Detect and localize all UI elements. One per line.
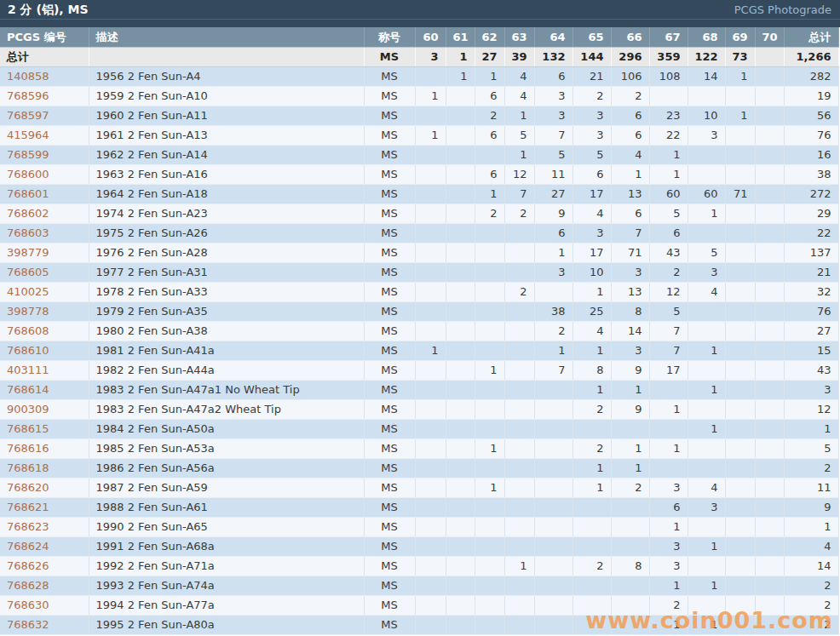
grade-68-cell <box>688 400 725 420</box>
grade-63-cell: 4 <box>504 87 534 106</box>
grade-69-cell <box>725 87 755 106</box>
grade-61-cell <box>446 439 475 459</box>
population-table: PCGS 编号描述称号6061626364656667686970总计 总计MS… <box>0 27 839 635</box>
total-cell: 3 <box>784 381 838 400</box>
col-header-designation: 称号 <box>364 27 415 48</box>
coin-description: 1963 2 Fen Sun-A16 <box>89 165 364 185</box>
pcgs-number-link[interactable]: 768599 <box>7 148 49 161</box>
grade-68-cell: 10 <box>688 106 725 126</box>
grade-66-cell: 1 <box>611 439 649 459</box>
grade-68-cell <box>688 557 725 576</box>
designation-cell: MS <box>364 361 415 381</box>
grade-60-cell <box>415 244 446 263</box>
pcgs-number-link[interactable]: 768623 <box>7 520 49 533</box>
pcgs-number-link[interactable]: 768624 <box>7 540 49 553</box>
total-cell: 56 <box>784 106 838 126</box>
grade-60-cell <box>415 146 446 165</box>
designation-cell: MS <box>364 302 415 322</box>
pcgs-number-cell: 768601 <box>0 185 89 204</box>
pcgs-number-link[interactable]: 768615 <box>7 422 49 435</box>
total-cell: 1 <box>784 420 838 439</box>
pcgs-number-link[interactable]: 415964 <box>7 129 49 141</box>
grade-69-cell <box>725 518 755 537</box>
pcgs-number-link[interactable]: 768632 <box>7 618 49 631</box>
coin-description: 1982 2 Fen Sun-A44a <box>89 361 364 381</box>
pcgs-number-link[interactable]: 768605 <box>7 266 49 278</box>
grade-66-cell <box>611 576 649 596</box>
pcgs-number-link[interactable]: 768610 <box>7 344 49 357</box>
grade-63-cell <box>504 459 534 478</box>
pcgs-number-link[interactable]: 140858 <box>7 70 49 83</box>
grade-62-cell <box>475 244 504 263</box>
totals-total: 1,266 <box>784 48 838 67</box>
pcgs-number-link[interactable]: 768597 <box>7 109 49 122</box>
grade-64-cell <box>534 557 572 576</box>
pcgs-number-link[interactable]: 768614 <box>7 383 49 396</box>
totals-grade-60: 3 <box>415 48 446 67</box>
pcgs-number-link[interactable]: 398779 <box>7 246 49 259</box>
pcgs-number-link[interactable]: 768620 <box>7 481 49 494</box>
grade-62-cell <box>475 341 504 361</box>
table-row: 7686211988 2 Fen Sun-A61MS639 <box>0 498 838 518</box>
grade-68-cell <box>688 146 725 165</box>
pcgs-number-link[interactable]: 768618 <box>7 461 49 474</box>
totals-grade-63: 39 <box>504 48 534 67</box>
grade-63-cell: 1 <box>504 146 534 165</box>
pcgs-number-link[interactable]: 768596 <box>7 89 49 102</box>
pcgs-number-link[interactable]: 768600 <box>7 168 49 180</box>
title-bar-strip <box>0 20 840 27</box>
pcgs-number-link[interactable]: 768628 <box>7 579 49 592</box>
photograde-link[interactable]: PCGS Photograde <box>734 0 831 20</box>
pcgs-number-link[interactable]: 768621 <box>7 501 49 513</box>
grade-65-cell: 4 <box>572 204 611 224</box>
grade-60-cell <box>415 596 446 616</box>
pcgs-number-link[interactable]: 768630 <box>7 599 49 611</box>
total-cell: 272 <box>784 185 838 204</box>
pcgs-number-link[interactable]: 768616 <box>7 442 49 455</box>
grade-60-cell <box>415 165 446 185</box>
pcgs-number-link[interactable]: 768603 <box>7 226 49 239</box>
grade-70-cell <box>755 459 784 478</box>
grade-62-cell: 6 <box>475 126 504 146</box>
grade-60-cell <box>415 459 446 478</box>
table-row: 7686001963 2 Fen Sun-A16MS6121161138 <box>0 165 838 185</box>
grade-60-cell <box>415 224 446 244</box>
grade-61-cell <box>446 224 475 244</box>
totals-grade-68: 122 <box>688 48 725 67</box>
table-row: 7686301994 2 Fen Sun-A77aMS22 <box>0 596 838 616</box>
coin-description: 1981 2 Fen Sun-A41a <box>89 341 364 361</box>
grade-63-cell <box>504 224 534 244</box>
pcgs-number-link[interactable]: 410025 <box>7 285 49 298</box>
grade-69-cell <box>725 361 755 381</box>
total-cell: 2 <box>784 459 838 478</box>
pcgs-number-link[interactable]: 768626 <box>7 559 49 572</box>
total-cell: 22 <box>784 224 838 244</box>
grade-63-cell <box>504 381 534 400</box>
pcgs-number-cell: 410025 <box>0 283 89 302</box>
pcgs-number-link[interactable]: 768601 <box>7 187 49 200</box>
designation-cell: MS <box>364 126 415 146</box>
grade-64-cell: 3 <box>534 263 572 283</box>
grade-68-cell: 1 <box>688 616 725 635</box>
pcgs-number-link[interactable]: 403111 <box>7 364 49 376</box>
grade-66-cell: 8 <box>611 302 649 322</box>
grade-61-cell <box>446 400 475 420</box>
grade-64-cell: 1 <box>534 341 572 361</box>
total-cell: 4 <box>784 537 838 557</box>
pcgs-number-link[interactable]: 398778 <box>7 305 49 318</box>
table-row: 7686021974 2 Fen Sun-A23MS229465129 <box>0 204 838 224</box>
grade-68-cell: 1 <box>688 341 725 361</box>
grade-66-cell: 71 <box>611 244 649 263</box>
grade-62-cell: 1 <box>475 361 504 381</box>
pcgs-number-link[interactable]: 768602 <box>7 207 49 220</box>
grade-62-cell <box>475 498 504 518</box>
pcgs-number-link[interactable]: 768608 <box>7 324 49 337</box>
pcgs-number-cell: 768610 <box>0 341 89 361</box>
grade-69-cell <box>725 322 755 341</box>
grade-70-cell <box>755 87 784 106</box>
pcgs-number-cell: 140858 <box>0 67 89 87</box>
grade-61-cell <box>446 341 475 361</box>
coin-description: 1983 2 Fen Sun-A47a2 Wheat Tip <box>89 400 364 420</box>
grade-63-cell: 4 <box>504 67 534 87</box>
pcgs-number-link[interactable]: 900309 <box>7 403 49 415</box>
